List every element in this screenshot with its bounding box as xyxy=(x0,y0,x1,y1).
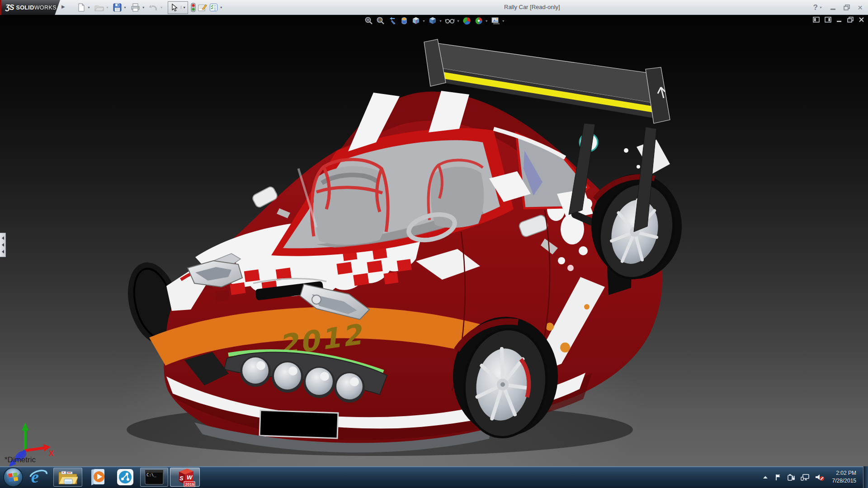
accent-strip xyxy=(0,0,1,15)
open-document-button[interactable] xyxy=(94,2,105,14)
pane-toggle-2-icon[interactable] xyxy=(825,17,831,23)
x-axis-label: X xyxy=(49,449,54,458)
taskbar-item-network-app[interactable] xyxy=(112,468,138,487)
zoom-to-fit-icon[interactable] xyxy=(364,16,373,25)
hide-show-items-icon[interactable] xyxy=(445,16,455,25)
save-dropdown-icon[interactable]: ▼ xyxy=(123,6,127,9)
show-hidden-icons-button[interactable] xyxy=(762,474,769,480)
collapse-arrow-icon xyxy=(2,236,4,240)
undo-button[interactable] xyxy=(148,2,159,14)
options-button[interactable] xyxy=(208,2,219,14)
new-document-button[interactable] xyxy=(76,2,86,14)
save-button[interactable] xyxy=(112,2,123,14)
tray-time: 2:02 PM xyxy=(832,469,856,477)
select-tool-button[interactable]: ▼ xyxy=(168,1,188,14)
edit-appearance-icon[interactable] xyxy=(462,16,472,25)
display-style-icon[interactable] xyxy=(428,16,437,25)
select-cursor-icon xyxy=(168,4,181,12)
previous-view-icon[interactable] xyxy=(388,16,397,25)
cmd-prompt-text: C:\_ xyxy=(146,473,156,477)
main-toolbar: ▼ ▼ ▼ ▼ ▼ ▼ xyxy=(76,0,226,15)
options-dropdown-icon[interactable]: ▼ xyxy=(220,6,223,9)
view-settings-dropdown-icon[interactable]: ▼ xyxy=(502,19,505,23)
open-dropdown-icon[interactable]: ▼ xyxy=(106,6,109,9)
apply-scene-dropdown-icon[interactable]: ▼ xyxy=(485,19,488,23)
close-button[interactable]: × xyxy=(858,3,863,13)
apply-scene-icon[interactable] xyxy=(474,16,483,25)
svg-text:S: S xyxy=(179,475,184,482)
section-view-icon[interactable] xyxy=(400,16,409,25)
viewport-window-controls xyxy=(813,17,864,23)
sw-year-badge: 2015 xyxy=(185,482,194,487)
menu-expander-icon[interactable]: ▶ xyxy=(61,4,65,9)
edit-sketch-button[interactable] xyxy=(197,2,208,14)
zoom-to-area-icon[interactable] xyxy=(376,16,385,25)
view-settings-icon[interactable] xyxy=(491,16,500,25)
restore-button[interactable] xyxy=(844,5,850,10)
taskbar-item-windows-explorer[interactable] xyxy=(53,468,82,487)
viewport-restore-icon[interactable] xyxy=(847,17,854,23)
collapse-arrow-icon xyxy=(2,250,4,253)
taskbar: e xyxy=(0,466,868,488)
help-button[interactable]: ?▼ xyxy=(813,3,822,12)
rebuild-button[interactable] xyxy=(189,2,197,14)
solidworks-logo-text: SOLIDWORKS xyxy=(16,5,56,11)
taskbar-item-internet-explorer[interactable]: e xyxy=(24,468,52,487)
solidworks-logo[interactable]: ƷS SOLIDWORKS xyxy=(1,0,60,15)
graphics-viewport[interactable]: ▼ ▼ ▼ ▼ ▼ xyxy=(0,15,868,466)
volume-muted-icon[interactable] xyxy=(815,473,825,481)
action-center-flag-icon[interactable] xyxy=(774,473,782,481)
viewport-close-icon[interactable] xyxy=(859,17,864,23)
viewport-minimize-icon[interactable] xyxy=(836,17,842,23)
view-orientation-dropdown-icon[interactable]: ▼ xyxy=(422,19,425,23)
undo-dropdown-icon[interactable]: ▼ xyxy=(160,6,163,9)
power-plug-icon[interactable] xyxy=(787,473,796,481)
ds-logo-mark: ƷS xyxy=(5,4,14,12)
taskbar-clock[interactable]: 2:02 PM 7/28/2015 xyxy=(832,469,856,485)
print-button[interactable] xyxy=(130,2,141,14)
taskbar-item-solidworks-2015[interactable]: S W 2015 xyxy=(170,468,200,487)
system-tray: 2:02 PM 7/28/2015 xyxy=(762,466,862,488)
new-dropdown-icon[interactable]: ▼ xyxy=(87,6,90,9)
view-orientation-label: *Dimetric xyxy=(5,455,36,465)
minimize-button[interactable] xyxy=(830,5,836,10)
tray-date: 7/28/2015 xyxy=(832,477,856,485)
solidworks-window: ƷS SOLIDWORKS ▶ ▼ ▼ ▼ ▼ ▼ xyxy=(0,0,868,488)
license-plate xyxy=(259,410,338,438)
svg-text:W: W xyxy=(187,474,193,481)
y-axis-arrow xyxy=(22,422,29,431)
featuremanager-collapse-tab[interactable] xyxy=(0,233,6,257)
heads-up-view-toolbar: ▼ ▼ ▼ ▼ ▼ xyxy=(364,16,505,25)
window-title: Rally Car [Read-only] xyxy=(504,4,560,10)
collapse-arrow-icon xyxy=(2,243,4,247)
start-button[interactable] xyxy=(3,467,24,488)
taskbar-item-command-prompt[interactable]: C:\_ xyxy=(140,468,168,487)
print-dropdown-icon[interactable]: ▼ xyxy=(142,6,145,9)
window-controls: ?▼ × xyxy=(813,0,863,15)
select-dropdown-icon[interactable]: ▼ xyxy=(181,6,188,9)
taskbar-item-media-player[interactable] xyxy=(84,468,110,487)
title-bar: ƷS SOLIDWORKS ▶ ▼ ▼ ▼ ▼ ▼ xyxy=(0,0,868,15)
network-status-icon[interactable] xyxy=(801,473,810,481)
pane-toggle-1-icon[interactable] xyxy=(813,17,820,23)
show-desktop-button[interactable] xyxy=(863,466,868,488)
view-orientation-icon[interactable] xyxy=(411,16,420,25)
display-style-dropdown-icon[interactable]: ▼ xyxy=(439,19,442,23)
hide-show-dropdown-icon[interactable]: ▼ xyxy=(457,19,460,23)
rally-car-model[interactable]: 2012 xyxy=(0,15,868,466)
